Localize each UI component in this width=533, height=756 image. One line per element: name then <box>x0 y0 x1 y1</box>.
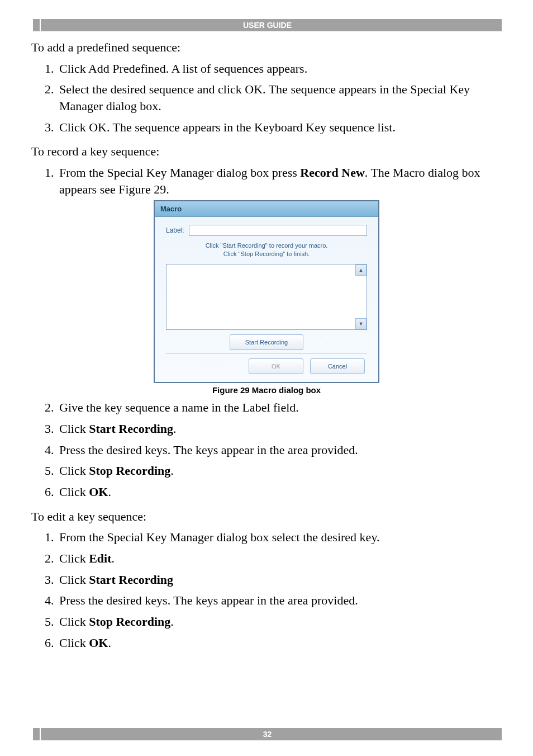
button-row: Start Recording <box>166 334 367 350</box>
macro-textarea-wrap: ▲ ▼ <box>166 264 367 330</box>
label-row: Label: <box>166 225 367 236</box>
ordered-list-record: From the Special Key Manager dialog box … <box>31 164 502 197</box>
list-item: Give the key sequence a name in the Labe… <box>57 399 502 416</box>
text-bold: Edit <box>89 551 111 565</box>
text: . <box>108 636 111 650</box>
text: Click <box>59 615 89 629</box>
header-title: USER GUIDE <box>243 21 292 30</box>
text: . <box>173 422 177 436</box>
dialog-titlebar: Macro <box>155 201 378 217</box>
list-item: Click Stop Recording. <box>57 462 502 479</box>
dialog-body: Label: Click "Start Recording" to record… <box>155 217 378 382</box>
list-item: Click OK. The sequence appears in the Ke… <box>57 119 502 136</box>
hint-line: Click "Start Recording" to record your m… <box>206 242 328 249</box>
figure-caption: Figure 29 Macro dialog box <box>31 385 502 395</box>
list-item: Click OK. <box>57 635 502 651</box>
ordered-list-edit: From the Special Key Manager dialog box … <box>31 529 502 651</box>
paragraph: To add a predefined sequence: <box>31 39 502 56</box>
ordered-list-record-cont: Give the key sequence a name in the Labe… <box>31 399 502 500</box>
text: . <box>112 551 115 565</box>
start-recording-button[interactable]: Start Recording <box>230 334 303 350</box>
scroll-down-icon[interactable]: ▼ <box>355 318 367 329</box>
text-bold: Stop Recording <box>89 464 170 478</box>
list-item: Click Edit. <box>57 550 502 567</box>
text: Click <box>59 573 89 587</box>
text: Click <box>59 636 89 650</box>
ok-button[interactable]: OK <box>249 358 303 374</box>
dialog-hint: Click "Start Recording" to record your m… <box>166 242 367 259</box>
text: Click <box>59 422 89 436</box>
list-item: Click Stop Recording. <box>57 613 502 630</box>
text-bold: Start Recording <box>89 422 173 436</box>
list-item: Press the desired keys. The keys appear … <box>57 592 502 609</box>
list-item: From the Special Key Manager dialog box … <box>57 529 502 546</box>
ordered-list-add-predefined: Click Add Predefined. A list of sequence… <box>31 60 502 136</box>
macro-dialog: Macro Label: Click "Start Recording" to … <box>154 200 379 384</box>
page-number: 32 <box>263 730 272 739</box>
text: Click <box>59 551 89 565</box>
list-item: Click Add Predefined. A list of sequence… <box>57 60 502 77</box>
cancel-button[interactable]: Cancel <box>310 358 365 374</box>
list-item: Select the desired sequence and click OK… <box>57 81 502 114</box>
scroll-up-icon[interactable]: ▲ <box>355 264 367 276</box>
text-bold: Stop Recording <box>89 615 170 629</box>
page-header: USER GUIDE <box>31 19 502 31</box>
label-input[interactable] <box>189 225 367 236</box>
text: Click <box>59 485 89 499</box>
figure: Macro Label: Click "Start Recording" to … <box>31 200 502 395</box>
text: . <box>170 615 174 629</box>
text: . <box>170 464 174 478</box>
paragraph: To edit a key sequence: <box>31 508 502 525</box>
button-row-bottom: OK Cancel <box>166 353 367 380</box>
text-bold: Record New <box>300 166 364 179</box>
list-item: From the Special Key Manager dialog box … <box>57 164 502 197</box>
hint-line: Click "Stop Recording" to finish. <box>223 251 310 257</box>
text-bold: OK <box>89 636 108 650</box>
text: From the Special Key Manager dialog box … <box>59 166 300 179</box>
list-item: Press the desired keys. The keys appear … <box>57 442 502 459</box>
text-bold: OK <box>89 485 108 499</box>
text: Click <box>59 464 89 478</box>
paragraph: To record a key sequence: <box>31 143 502 160</box>
label-text: Label: <box>166 226 184 234</box>
page-footer: 32 <box>31 728 502 740</box>
text: . <box>108 485 111 499</box>
list-item: Click OK. <box>57 484 502 500</box>
text-bold: Start Recording <box>89 573 173 587</box>
macro-textarea[interactable] <box>166 264 367 330</box>
list-item: Click Start Recording. <box>57 420 502 437</box>
list-item: Click Start Recording <box>57 571 502 588</box>
